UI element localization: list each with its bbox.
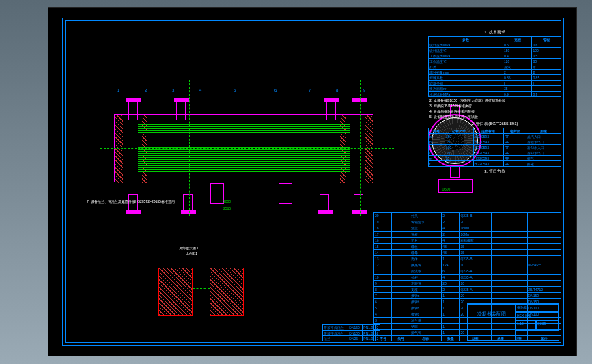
right-tables-area: 1. 技术要求 参数 壳程 管程 设计压力MPa0.60.6设计温度℃15010… xyxy=(428,29,561,176)
nozzle-row: a150HG20593RF蒸汽入口 xyxy=(429,134,561,139)
nozzle-table-title: 2. 管口表(BG/T2655-891) xyxy=(428,120,561,128)
tech-row: 换热面积m²35 xyxy=(429,86,561,92)
dim-total-length: 2565 xyxy=(223,206,231,210)
nozzle-row: c100HG20593RF冷却水入口 xyxy=(429,145,561,150)
drawing-title: 冷凝器装配图 xyxy=(468,304,516,341)
nozzle-row: f25HG20593RF排液 xyxy=(429,161,561,167)
drawing-no: HEX-001 xyxy=(516,312,559,320)
bom-row: 9定距管2010 xyxy=(374,281,561,287)
bom-row: 20封头2Q235-B xyxy=(374,213,561,219)
centerline-v1 xyxy=(128,80,128,216)
small-row: 带颈平焊法兰DN100PN1.02 xyxy=(323,331,380,336)
leader-8: 8 xyxy=(336,88,338,92)
centerline-v4 xyxy=(360,80,361,216)
note2: 3. 焊接按JB/T4709标准执行 xyxy=(429,104,560,108)
bom-row: 11折流板6Q235-A xyxy=(374,268,561,275)
bom-row: 18法兰416Mn xyxy=(374,225,561,232)
bom-row: 14螺母4835 xyxy=(374,250,561,256)
centerline-horizontal xyxy=(100,148,394,149)
detail-flange-right xyxy=(210,268,244,316)
detail-gap xyxy=(193,288,210,289)
th-param: 参数 xyxy=(429,37,503,42)
bom-row: 13壳体1Q235-B xyxy=(374,256,561,262)
hatch-left-head xyxy=(115,115,123,183)
nozzle-row: b150HG20593RF冷凝水出口 xyxy=(429,139,561,145)
tech-req-title: 1. 技术要求 xyxy=(428,29,561,36)
note3: 4. 管板与换热管连接采用胀接 xyxy=(429,109,560,113)
tech-row: 设计温度℃150100 xyxy=(429,48,561,53)
leader-9: 9 xyxy=(363,88,365,92)
nozzle-d xyxy=(354,101,363,120)
nozzle-top-2 xyxy=(176,101,186,120)
leader-5: 5 xyxy=(234,88,236,92)
bom-row: 8支座2Q235-AJB/T4712 xyxy=(374,287,561,293)
drawing-border: 1 2 3 4 5 6 7 8 9 2565 2000 Φ500 局部放大图 I… xyxy=(62,18,564,346)
th-shell: 壳程 xyxy=(503,37,532,42)
tech-req-table: 参数 壳程 管程 设计压力MPa0.60.6设计温度℃150100工作压力MPa… xyxy=(428,36,561,97)
detail-flange-left xyxy=(158,268,193,316)
leader-2: 2 xyxy=(145,88,147,92)
note-bottom: 7. 设备法兰、管法兰及紧固件按HG20592~20635标准选用 xyxy=(87,199,264,204)
small-flange-table: 带颈平焊法兰DN150PN1.02带颈平焊法兰DN100PN1.02法兰DN25… xyxy=(322,324,380,343)
leader-4: 4 xyxy=(199,88,201,92)
bom-row: 12换热管12410Φ25×2.5 xyxy=(374,262,561,268)
bom-row: 15螺栓4835 xyxy=(374,244,561,250)
bom-row: 7接管a120DN150 xyxy=(374,293,561,299)
saddle-support-2 xyxy=(279,183,292,204)
main-section-view: 1 2 3 4 5 6 7 8 9 2565 2000 xyxy=(87,94,411,210)
centerline-v3 xyxy=(326,80,326,216)
tech-row: 介质蒸汽水 xyxy=(429,64,561,70)
small-row: 带颈平焊法兰DN150PN1.02 xyxy=(323,325,380,331)
detail-scale: 比例2:1 xyxy=(186,251,197,255)
note4: 5. 设备制造完毕后进行水压试验 xyxy=(429,115,560,119)
title-block: 冷凝器装配图 换热器 HEX-001 1:10 Q235 xyxy=(467,303,559,341)
sheet-name: 换热器 xyxy=(516,304,559,312)
nozzle-row: d100HG20593RF冷却水出口 xyxy=(429,150,561,156)
tech-row: 水压试验MPa0.90.9 xyxy=(429,92,561,97)
dim-dia: Φ500 xyxy=(442,187,450,191)
detail-view: 局部放大图 I 比例2:1 xyxy=(145,254,281,336)
centerline-v2 xyxy=(189,80,190,216)
nozzle-a xyxy=(128,101,138,120)
small-row: 法兰DN25PN1.02 xyxy=(323,336,380,341)
leader-6: 6 xyxy=(274,88,277,92)
leader-3: 3 xyxy=(172,88,174,92)
nozzle-subtitle: 3. 管口方位 xyxy=(428,168,561,176)
scale-cell: 1:10 xyxy=(516,320,536,331)
mat-cell: Q235 xyxy=(536,320,559,331)
tech-row: 容器类别II xyxy=(429,81,561,86)
hatch-right-head xyxy=(365,115,373,183)
nozzle-table: 符号 公称尺寸 连接标准 密封面 用途 a150HG20593RF蒸汽入口b15… xyxy=(428,128,561,167)
bom-row: 10拉杆4Q235-A xyxy=(374,275,561,281)
bom-row: 17管板216Mn xyxy=(374,232,561,238)
bom-row: 19管箱短节220 xyxy=(374,219,561,225)
bom-area: 20封头2Q235-B19管箱短节22018法兰416Mn17管板216Mn16… xyxy=(373,212,561,343)
tech-row: 焊缝系数0.850.85 xyxy=(429,75,561,81)
bom-row: 16垫片4石棉橡胶 xyxy=(374,238,561,244)
tech-row: 工作温度℃12080 xyxy=(429,59,561,64)
detail-label: 局部放大图 I xyxy=(179,246,198,250)
nozzle-row: e25HG20593RF排气 xyxy=(429,156,561,161)
cad-canvas[interactable]: 1 2 3 4 5 6 7 8 9 2565 2000 Φ500 局部放大图 I… xyxy=(48,7,577,356)
nozzle-c xyxy=(320,194,329,210)
tech-row: 腐蚀裕量mm22 xyxy=(429,70,561,75)
leader-1: 1 xyxy=(117,88,119,92)
leader-7: 7 xyxy=(309,88,311,92)
nozzle-bot-4 xyxy=(354,194,363,210)
nozzle-top-3 xyxy=(326,101,336,120)
tech-row: 工作压力MPa0.40.5 xyxy=(429,53,561,59)
note1: 2. 本设备按GB150《钢制压力容器》进行制造检验 xyxy=(429,98,560,102)
tech-row: 设计压力MPa0.60.6 xyxy=(429,42,561,48)
th-tube: 管程 xyxy=(532,37,561,42)
